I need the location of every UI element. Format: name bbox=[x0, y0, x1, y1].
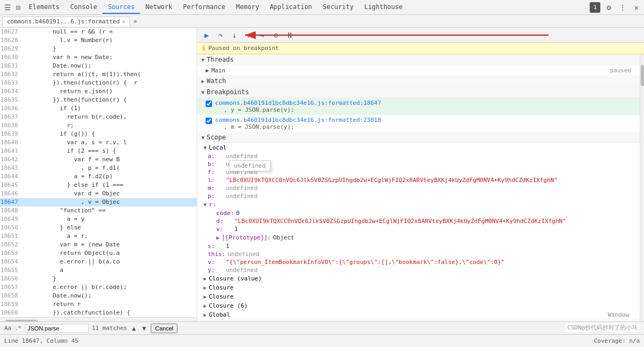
scope-closure2[interactable]: ▶ Closure bbox=[197, 292, 640, 301]
step-out-btn[interactable]: ↑ bbox=[243, 30, 254, 40]
h-scrollbar[interactable] bbox=[0, 317, 197, 321]
code-line: 18634 return e.json() bbox=[0, 87, 197, 96]
scope-key-b: b: bbox=[208, 161, 224, 168]
pause-btn[interactable]: ⏸ bbox=[284, 30, 295, 40]
line-content: null == r && (r = bbox=[22, 28, 113, 36]
scope-r-header[interactable]: ▼ r: bbox=[197, 200, 640, 209]
scope-closure1[interactable]: ▶ Closure bbox=[197, 283, 640, 292]
tab-lighthouse[interactable]: Lighthouse bbox=[359, 1, 408, 14]
file-tab-active[interactable]: commons.b460191...6.js:formatted ✕ bbox=[2, 16, 130, 26]
scope-val-r-d: "LBc0XUI9kTQXCC0nVQc6Jlk5V0ZSGzpUIhgdb2w… bbox=[234, 218, 566, 225]
device-icon[interactable]: ⊡ bbox=[13, 2, 23, 13]
tab-application[interactable]: Application bbox=[264, 1, 317, 14]
thread-status: paused bbox=[610, 67, 631, 74]
next-match-btn[interactable]: ▼ bbox=[141, 325, 148, 332]
bp-item-1[interactable]: commons.b460191d1bc8dbc34e16.js:formatte… bbox=[197, 98, 640, 115]
line-number: 18631 bbox=[0, 62, 22, 70]
line-content: var f = new B bbox=[22, 155, 120, 164]
code-line: 18643 , p = f.d1( bbox=[0, 164, 197, 172]
search-input[interactable] bbox=[25, 324, 89, 333]
tab-security[interactable]: Security bbox=[317, 1, 359, 14]
code-line: 18653 return Object(u.a bbox=[0, 249, 197, 258]
scope-global[interactable]: ▶ Global Window bbox=[197, 310, 640, 319]
code-line: 18636 if (1) bbox=[0, 104, 197, 113]
scope-key-r-code: code: bbox=[216, 210, 234, 217]
line-number: 18654 bbox=[0, 258, 22, 266]
scope-section-header[interactable]: ▼ Scope bbox=[197, 132, 640, 143]
line-content: }).then(function(r) { r bbox=[22, 79, 137, 87]
line-content: r; bbox=[22, 121, 74, 130]
bp-checkbox-1[interactable] bbox=[206, 101, 212, 107]
scope-closure3[interactable]: ▶ Closure (6) bbox=[197, 301, 640, 310]
deactivate-btn[interactable]: ⊘ bbox=[271, 30, 281, 40]
match-count: 11 matches bbox=[92, 325, 127, 332]
threads-section-header[interactable]: ▼ Threads bbox=[197, 54, 640, 65]
code-line: 18659 return r bbox=[0, 300, 197, 309]
right-scroll[interactable]: ▼ Threads ▶ Main paused ▶ Watch bbox=[197, 54, 640, 321]
tooltip-undefined: undefined bbox=[229, 160, 271, 171]
tab-network[interactable]: Network bbox=[140, 1, 178, 14]
thread-main[interactable]: ▶ Main paused bbox=[197, 65, 640, 76]
line-number: 18660 bbox=[0, 309, 22, 317]
line-number: 18656 bbox=[0, 275, 22, 283]
code-line: 18657 e.error || b(r.code); bbox=[0, 283, 197, 292]
watch-section-header[interactable]: ▶ Watch bbox=[197, 76, 640, 87]
scope-this: this: undefined bbox=[197, 250, 640, 258]
resume-btn[interactable]: ▶ bbox=[201, 30, 212, 40]
right-scrollbar[interactable] bbox=[640, 54, 644, 321]
code-scroll[interactable]: 18627 null == r && (r =18628 l.v = Numbe… bbox=[0, 28, 197, 317]
code-line: 18638 r; bbox=[0, 121, 197, 130]
scope-arrow: ▼ bbox=[201, 135, 205, 141]
tab-performance[interactable]: Performance bbox=[178, 1, 231, 14]
cs-label: Call Stack bbox=[207, 321, 245, 321]
scope-label: Scope bbox=[207, 134, 226, 141]
scope-l: l: "LBc0XUI9kTQXCC0nVQc6Jlk5V0ZSGzpUIhgd… bbox=[197, 176, 613, 184]
right-panel: ▶ ↷ ↓ ↑ → ⊘ ⏸ ℹ Paused on breakpoint ▼ bbox=[197, 28, 644, 321]
close-icon[interactable]: ✕ bbox=[631, 2, 642, 13]
breakpoints-content: commons.b460191d1bc8dbc34e16.js:formatte… bbox=[197, 98, 640, 132]
line-content: } else if (1 === bbox=[22, 181, 123, 189]
scope-m: m: undefined bbox=[197, 184, 640, 192]
prev-match-btn[interactable]: ▲ bbox=[131, 325, 137, 332]
scope-r-proto[interactable]: ▶ [[Prototype]]: Object bbox=[197, 233, 640, 242]
file-tab-close[interactable]: ✕ bbox=[122, 19, 125, 24]
line-content: var a, s = r.v, l bbox=[22, 138, 127, 147]
line-content: }).catch(function(e) { bbox=[22, 309, 131, 317]
settings-icon[interactable]: ⚙ bbox=[604, 2, 614, 13]
scope-val-proto: Object bbox=[273, 234, 295, 241]
bp-checkbox-2[interactable] bbox=[206, 118, 212, 124]
step-btn[interactable]: → bbox=[257, 30, 267, 40]
file-tab-more[interactable]: » bbox=[130, 16, 140, 26]
more-icon[interactable]: ⋮ bbox=[617, 2, 628, 13]
scope-closure-value[interactable]: ▶ Closure (value) bbox=[197, 274, 640, 283]
watch-label: Watch bbox=[207, 77, 226, 85]
tab-sources[interactable]: Sources bbox=[102, 1, 140, 14]
step-over-btn[interactable]: ↷ bbox=[215, 30, 226, 40]
scope-local-header[interactable]: ▼ Local bbox=[197, 143, 640, 152]
bp-item-2[interactable]: commons.b460191d1bc8dbc34e16.js:formatte… bbox=[197, 115, 640, 132]
line-content: l.v = Number(r) bbox=[22, 36, 113, 45]
scope-key-v: v: bbox=[208, 259, 224, 266]
scope-b[interactable]: b: undefined undefined bbox=[197, 160, 640, 168]
tab-console[interactable]: Console bbox=[65, 1, 103, 14]
inspect-icon[interactable]: ☰ bbox=[2, 2, 13, 13]
watermark: CSDN@抄代码抄对了的小马 bbox=[565, 323, 640, 332]
step-into-btn[interactable]: ↓ bbox=[229, 30, 240, 40]
thread-arrow: ▶ bbox=[206, 67, 209, 74]
watch-arrow: ▶ bbox=[201, 78, 205, 84]
line-number: 18634 bbox=[0, 87, 22, 96]
scope-val-m: undefined bbox=[226, 185, 258, 192]
tab-memory[interactable]: Memory bbox=[231, 1, 264, 14]
debug-toolbar: ▶ ↷ ↓ ↑ → ⊘ ⏸ bbox=[197, 28, 644, 43]
code-line: 18628 l.v = Number(r) bbox=[0, 36, 197, 45]
call-stack-header[interactable]: ▼ Call Stack bbox=[197, 319, 640, 321]
line-content: if (2 === s) { bbox=[22, 147, 116, 155]
cancel-button[interactable]: Cancel bbox=[151, 324, 177, 333]
scope-key-proto: [[Prototype]]: bbox=[222, 234, 271, 241]
line-number: 18648 bbox=[0, 206, 22, 215]
breakpoints-section-header[interactable]: ▼ Breakpoints bbox=[197, 87, 640, 98]
local-arrow: ▼ bbox=[203, 145, 207, 151]
tab-elements[interactable]: Elements bbox=[23, 1, 65, 14]
code-line: 18637 return b(r.code), bbox=[0, 113, 197, 121]
code-line: 18648 "function" == bbox=[0, 206, 197, 215]
